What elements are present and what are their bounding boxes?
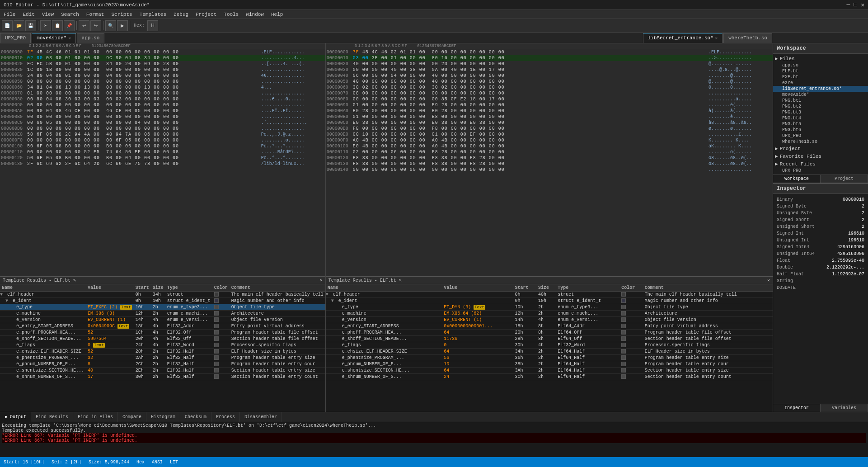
menu-help[interactable]: Help [267, 11, 286, 18]
ws-file-item[interactable]: ezre [773, 80, 868, 86]
template-row[interactable]: e_machine EM_386 (3) 12h 2h enum e_machi… [0, 311, 325, 317]
menu-format[interactable]: Format [83, 11, 108, 18]
ws-file-item[interactable]: PNG.bt1 [773, 98, 868, 104]
tab-libsecret-close[interactable]: ✕ [715, 36, 718, 41]
ws-item-upx-pro[interactable]: UPX_PRO [773, 168, 868, 174]
template-row[interactable]: e_version EV_CURRENT (1) 14h 4h enum e_v… [326, 317, 773, 323]
template-row[interactable]: ▼ e_ident 0h 10h struct e_ident_t Magic … [326, 298, 773, 304]
template-row[interactable]: e_type ET_EXEC (2) Text 10h 2h enum e_ty… [0, 304, 325, 311]
template-row[interactable]: e_phnum_NUMBER_OF_P... 10 38h 2h Elf64_H… [326, 361, 773, 368]
ws-file-item[interactable]: ELF.bt [773, 68, 868, 74]
files-section-header[interactable]: ▶ Files [773, 55, 868, 62]
template-row[interactable]: e_entry_START_ADDRESS 0x0804909C Text 18… [0, 323, 325, 330]
template-row[interactable]: ▼ elf_header 0h 40h struct The main elf … [326, 292, 773, 298]
template-row[interactable]: e_phentsize_PROGRAM_... 56 36h 2h Elf64_… [326, 355, 773, 361]
template-close-right[interactable]: ✕ [767, 278, 770, 283]
menu-window[interactable]: Window [242, 11, 267, 18]
inspector-tab-variables[interactable]: Variables [821, 404, 868, 412]
hex-content-left[interactable]: 00000000 7F 45 4C 46 01 01 01 00 00 00 0… [0, 49, 325, 276]
template-row[interactable]: e_entry_START_ADDRESS 0x0000000000001...… [326, 323, 773, 330]
template-row[interactable]: e_shnum_NUMBER_OF_S... 17 30h 2h Elf32_H… [0, 374, 325, 380]
menu-scripts[interactable]: Scripts [108, 11, 136, 18]
template-row[interactable]: e_flags 0 30h 4h Elf32_Word Processor-sp… [326, 342, 773, 349]
project-section-header[interactable]: ▶ Project [773, 145, 868, 152]
menu-debug[interactable]: Debug [170, 11, 192, 18]
template-row[interactable]: e_shentsize_SECTION_HE... 40 2Eh 2h Elf3… [0, 368, 325, 374]
ws-file-item[interactable]: PNG.bt4 [773, 115, 868, 121]
output-tab-compare[interactable]: Compare [118, 412, 146, 422]
titlebar-controls[interactable]: ─ □ ✕ [847, 1, 864, 9]
output-tab-process[interactable]: Process [211, 412, 240, 422]
ws-file-item[interactable]: moveAside* [773, 92, 868, 98]
template-close-left[interactable]: ✕ [320, 278, 323, 283]
template-row[interactable]: e_phoff_PROGRAM_HEA... 52 1Ch 4h Elf32_O… [0, 330, 325, 336]
copy-btn[interactable]: 📋 [52, 20, 63, 31]
template-row[interactable]: e_machine EM_X86_64 (62) 12h 2h enum e_m… [326, 311, 773, 317]
tab-libsecret[interactable]: libSecret_entrance.so* ✕ [643, 33, 723, 43]
template-row[interactable]: ▼ e_ident 0h 10h struct e_ident_t Magic … [0, 298, 325, 304]
tab-upx-pro[interactable]: UPX_PRO [0, 33, 31, 43]
menu-tools[interactable]: Tools [220, 11, 242, 18]
ws-file-item[interactable]: PNG.bt5 [773, 121, 868, 127]
ws-file-item[interactable]: PNG.bt6 [773, 127, 868, 133]
template-row[interactable]: e_phnum_NUMBER_OF_P... 8 2Ch 2h Elf32_Ha… [0, 361, 325, 368]
template-row[interactable]: e_phoff_PROGRAM_HEA... 64 20h 8h Elf64_O… [326, 330, 773, 336]
hex-content-right[interactable]: 00000000 7F 45 4C 46 02 01 01 00 00 00 0… [326, 49, 773, 276]
tab-moveaside[interactable]: moveAside* ✕ [32, 33, 75, 43]
menu-project[interactable]: Project [192, 11, 220, 18]
menu-view[interactable]: View [38, 11, 57, 18]
recent-section-header[interactable]: ▶ Recent Files [773, 160, 868, 168]
cut-btn[interactable]: ✂ [40, 20, 51, 31]
output-tab-find[interactable]: Find Results [31, 412, 73, 422]
run-template-btn[interactable]: ▶ [117, 20, 128, 31]
minimize-btn[interactable]: ─ [847, 1, 850, 9]
tab-wherethe1b[interactable]: whereThe1b.so [723, 33, 772, 43]
template-row[interactable]: e_shoff_SECTION_HEADE... 5997564 20h 4h … [0, 336, 325, 342]
ws-file-item[interactable]: app.so [773, 62, 868, 68]
ws-file-item[interactable]: PNG.bt3 [773, 109, 868, 115]
ws-file-item[interactable]: PNG.bt2 [773, 104, 868, 109]
close-btn[interactable]: ✕ [861, 1, 864, 9]
ws-tab-project[interactable]: Project [821, 175, 868, 183]
menu-search[interactable]: Search [57, 11, 83, 18]
ws-file-item[interactable]: EXE.bt [773, 74, 868, 80]
hex-mode-btn[interactable]: H [147, 20, 158, 31]
favorite-section-header[interactable]: ▶ Favorite Files [773, 152, 868, 160]
ws-file-item[interactable]: UPX_PRO [773, 133, 868, 139]
output-tab-histogram[interactable]: Histogram [146, 412, 180, 422]
output-tab-disasm[interactable]: Disassembler [240, 412, 282, 422]
template-row[interactable]: e_phentsize_PROGRAM_... 32 2Ah 2h Elf32_… [0, 355, 325, 361]
open-btn[interactable]: 📂 [14, 20, 24, 31]
ws-file-item[interactable]: libSecret_entrance.so* [773, 86, 868, 92]
output-tab-checksum[interactable]: Checksum [180, 412, 211, 422]
new-btn[interactable]: 📄 [2, 20, 13, 31]
template-row[interactable]: e_version EV_CURRENT (1) 14h 4h enum e_v… [0, 317, 325, 323]
menu-edit[interactable]: Edit [19, 11, 38, 18]
template-row[interactable]: e_ehsize_ELF_HEADER_SIZE 52 28h 2h Elf32… [0, 349, 325, 355]
output-tab-output[interactable]: ● Output [0, 412, 31, 422]
tab-appso[interactable]: app.so [77, 33, 105, 43]
save-btn[interactable]: 💾 [25, 20, 36, 31]
maximize-btn[interactable]: □ [854, 1, 857, 9]
ws-file-item[interactable]: whereThe1b.so [773, 139, 868, 145]
template-row[interactable]: e_shnum_NUMBER_OF_S... 24 3Ch 2h Elf64_H… [326, 374, 773, 380]
template-table-left[interactable]: Name Value Start Size Type Color Comment… [0, 284, 325, 412]
menu-file[interactable]: File [0, 11, 19, 18]
output-content[interactable]: Executing template 'C:\Users\More_ci\Doc… [0, 422, 868, 457]
tab-moveaside-close[interactable]: ✕ [68, 36, 70, 41]
menu-templates[interactable]: Templates [136, 11, 170, 18]
template-row[interactable]: e_shoff_SECTION_HEADE... 11736 28h 8h El… [326, 336, 773, 342]
template-row[interactable]: ▼ elf_header 0h 34h struct The main elf … [0, 292, 325, 298]
find-btn[interactable]: 🔍 [105, 20, 116, 31]
template-row[interactable]: e_flags 0 Text 24h 4h Elf32_Word Process… [0, 342, 325, 349]
template-table-right[interactable]: Name Value Start Size Type Color Comment… [326, 284, 773, 412]
paste-btn[interactable]: 📌 [64, 20, 75, 31]
undo-btn[interactable]: ↩ [79, 20, 89, 31]
redo-btn[interactable]: ↪ [90, 20, 101, 31]
inspector-tab-inspector[interactable]: Inspector [773, 404, 821, 412]
template-row[interactable]: e_ehsize_ELF_HEADER_SIZE 64 34h 2h Elf64… [326, 349, 773, 355]
ws-tab-workspace[interactable]: Workspace [773, 175, 821, 183]
template-row[interactable]: e_shentsize_SECTION_HE... 64 3Ah 2h Elf6… [326, 368, 773, 374]
template-row[interactable]: e_type ET_DYN (3) Text 10h 2h enum e_typ… [326, 304, 773, 311]
output-tab-find-files[interactable]: Find in Files [73, 412, 118, 422]
